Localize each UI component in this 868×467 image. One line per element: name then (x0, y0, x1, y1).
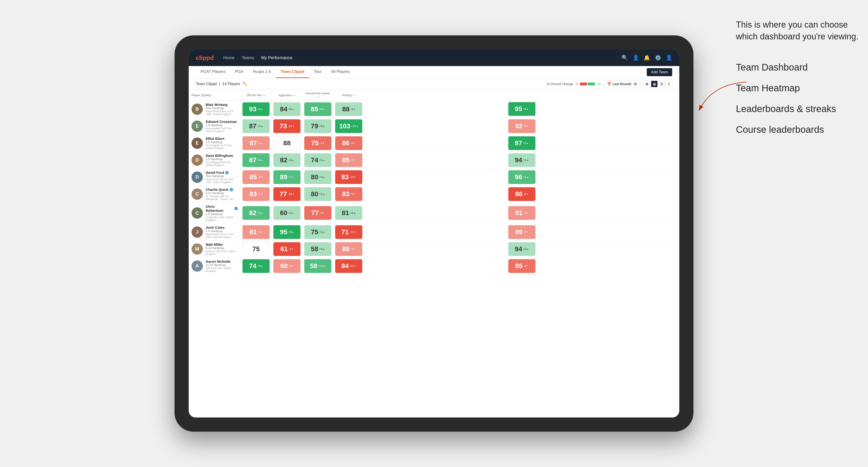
score-box: 75 +2 (304, 225, 331, 239)
score-cell-around-green: 83 -6 (333, 186, 364, 203)
player-avatar: B (191, 103, 203, 115)
score-delta: +4 (350, 211, 356, 215)
score-delta: -1 (289, 264, 294, 268)
score-delta: +8 (257, 264, 263, 268)
score-cell-around-green: 71 -11 (333, 224, 364, 241)
tab-hcaps[interactable]: Hcaps 1-5 (248, 66, 276, 78)
table-row[interactable]: E Edward Crossman 1-5 Handicap Sunningda… (189, 118, 679, 135)
tab-team-clippd[interactable]: Team Clippd (276, 66, 309, 78)
header-around-green[interactable]: Around the Green — (302, 90, 333, 101)
nav-link-teams[interactable]: Teams (242, 54, 254, 62)
list-view-button[interactable]: ☰ (658, 81, 665, 87)
search-icon[interactable]: 🔍 (621, 55, 628, 61)
score-delta: +1 (257, 125, 263, 128)
score-delta: +3 (319, 176, 325, 179)
header-player[interactable]: Player Quality ↕ (189, 90, 241, 101)
score-cell-approach: 58 +10 (302, 257, 333, 275)
grid-view-button[interactable]: ⊞ (644, 81, 650, 87)
score-number: 71 (341, 228, 349, 236)
user-icon[interactable]: 👤 (632, 55, 639, 61)
heatmap-view-button[interactable]: ▦ (651, 81, 658, 87)
nav-logo: clippd (196, 54, 214, 62)
tab-pgat-players[interactable]: PGAT Players (196, 66, 230, 78)
table-row[interactable]: D David Ford ✓ Plus Handicap Royal North… (189, 168, 679, 186)
table-row[interactable]: C Chris Robertson ✓ 1-5 Handicap Craigmi… (189, 203, 679, 224)
score-delta: +4 (319, 247, 325, 251)
score-box: 80 +3 (304, 170, 331, 184)
tab-pga[interactable]: PGA (230, 66, 248, 78)
player-avatar: D (191, 154, 203, 166)
player-name: Elliot Ebert (206, 136, 238, 141)
nav-bar: clippd Home Teams My Performance 🔍 👤 🔔 ⚙… (189, 50, 679, 66)
table-row[interactable]: E Elliot Ebert 1-5 Handicap Sunningdale … (189, 135, 679, 152)
team-name: Team Clippd (196, 82, 217, 86)
last-rounds-button[interactable]: 📅 Last Rounds: 20 (604, 81, 640, 87)
table-row[interactable]: A Aaron Nicholls 11-15 Handicap Drift Go… (189, 257, 679, 275)
add-team-button[interactable]: Add Team (647, 68, 672, 76)
score-cell-player-quality: 87 +1 (241, 118, 272, 135)
score-cell-off-tee: 88 (272, 135, 302, 152)
score-delta: -2 (523, 230, 528, 234)
score-cell-player-quality: 81 -3 (241, 224, 272, 241)
score-number: 87 (249, 156, 256, 164)
header-approach[interactable]: Approach — (272, 90, 302, 101)
table-row[interactable]: M Matt Miller 6-10 Handicap Woburn Golf … (189, 241, 679, 257)
score-box: 86 -8 (508, 187, 535, 201)
edit-icon[interactable]: ✏️ (243, 82, 247, 86)
tab-all-players[interactable]: All Players (326, 66, 354, 78)
header-putting[interactable]: Putting — (333, 90, 364, 101)
score-cell-player-quality: 75 (241, 241, 272, 257)
player-club: Royal North Devon Golf Club, United King… (206, 110, 238, 116)
score-cell-putting: 85 -4 (364, 257, 679, 275)
header-off-tee[interactable]: Off the Tee — (241, 90, 272, 101)
player-count: 14 Players (222, 82, 240, 86)
tab-tour[interactable]: Tour (309, 66, 326, 78)
score-cell-off-tee: 61 -3 (272, 241, 302, 257)
bell-icon[interactable]: 🔔 (644, 55, 650, 61)
score-delta: +15 (351, 125, 358, 128)
score-cell-around-green: 81 +4 (333, 203, 364, 224)
score-box: 60 +2 (273, 206, 301, 220)
table-row[interactable]: D Dave Billingham 1-5 Handicap Gog Magog… (189, 152, 679, 168)
player-club: St. George's Hill GC - Weybridge - Surre… (206, 195, 238, 200)
score-cell-putting: 94 +1 (364, 152, 679, 168)
export-button[interactable]: ↧ (665, 81, 672, 87)
annotation-item-4: Course leaderboards (736, 119, 859, 140)
score-cell-putting: 89 -2 (364, 224, 679, 241)
table-row[interactable]: C Charlie Quick ✓ 6-10 Handicap St. Geor… (189, 186, 679, 203)
score-cell-approach: 85 +8 (302, 101, 333, 118)
score-box: 85 +8 (304, 102, 331, 116)
nav-link-home[interactable]: Home (223, 54, 235, 62)
nav-link-myperformance[interactable]: My Performance (261, 54, 292, 62)
round-change: 20 Round Change -5 +5 (547, 82, 600, 86)
player-avatar: E (191, 121, 203, 132)
calendar-icon: 📅 (607, 82, 611, 86)
score-delta: -3 (289, 247, 294, 251)
table-row[interactable]: J Josh Coles 1-5 Handicap Royal North De… (189, 224, 679, 241)
score-delta: -3 (258, 192, 263, 196)
score-number: 88 (342, 245, 349, 253)
player-handicap: 1-5 Handicap (206, 158, 238, 161)
table-row[interactable]: B Blair McHarg Plus Handicap Royal North… (189, 101, 679, 118)
score-delta: -2 (350, 247, 355, 251)
player-info: Matt Miller 6-10 Handicap Woburn Golf Cl… (206, 243, 238, 255)
score-box: 74 +8 (243, 259, 270, 273)
score-number: 79 (311, 122, 318, 130)
player-club: Woburn Golf Club, United Kingdom (206, 250, 238, 255)
score-box: 89 -2 (508, 225, 535, 239)
score-delta: -6 (350, 192, 355, 196)
separator: | (219, 82, 220, 86)
score-delta: +3 (257, 211, 263, 215)
player-handicap: Plus Handicap (206, 106, 238, 110)
score-cell-around-green: 86 -6 (333, 135, 364, 152)
settings-icon[interactable]: ⚙️ (655, 55, 661, 61)
player-name: David Ford ✓ (206, 170, 238, 175)
team-title: Team Clippd | 14 Players ✏️ (196, 82, 247, 86)
team-header: Team Clippd | 14 Players ✏️ 20 Round Cha… (189, 78, 679, 90)
score-box: 96 +3 (508, 170, 535, 184)
score-delta: -4 (523, 264, 528, 268)
score-number: 60 (280, 209, 287, 217)
avatar-icon[interactable]: 👤 (666, 55, 672, 61)
score-delta: -3 (319, 211, 324, 215)
score-cell-player-quality: 87 +4 (241, 152, 272, 168)
